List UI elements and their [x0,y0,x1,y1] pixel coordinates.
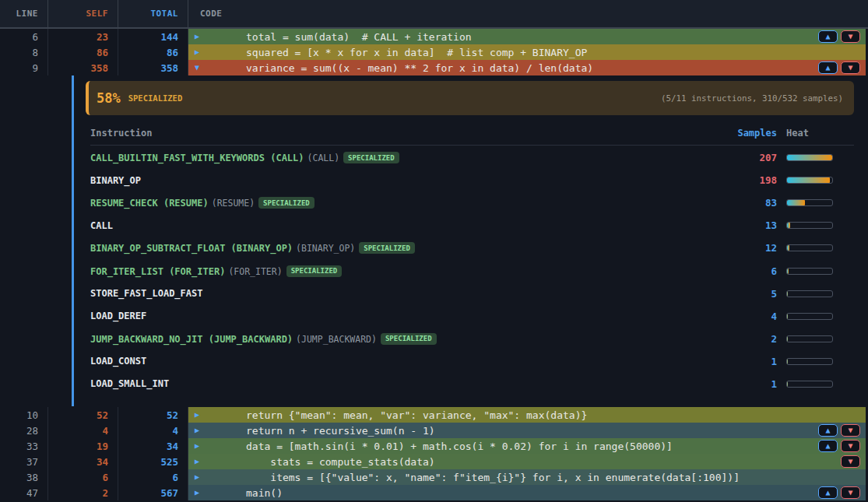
jump-up-button[interactable]: ▲ [818,440,838,452]
total-samples: 34 [118,438,188,454]
expand-arrow-icon[interactable]: ▶ [195,458,199,465]
specialized-badge: SPECIALIZED [343,152,399,163]
total-samples: 144 [118,29,188,44]
instruction-row: LOAD_CONST1 [90,350,854,373]
total-samples: 4 [118,423,188,438]
code-text: data = [math.sin(i * 0.01) + math.cos(i … [246,441,673,452]
instruction-row: RESUME_CHECK (RESUME)(RESUME)SPECIALIZED… [90,191,854,214]
code-cell[interactable]: ▶return n + recursive_sum(n - 1)▲▼ [188,423,866,438]
self-samples: 34 [48,454,118,469]
code-text: variance = sum((x - mean) ** 2 for x in … [246,62,593,74]
expand-arrow-icon[interactable]: ▶ [195,33,199,40]
expand-arrow-icon[interactable]: ▶ [195,48,199,56]
instruction-name: LOAD_SMALL_INT [90,378,707,389]
column-header-self: SELF [48,0,118,27]
instruction-table-header: Instruction Samples Heat [90,128,854,139]
heat-cell [777,222,854,229]
heat-bar-fill [787,314,788,319]
code-cell[interactable]: ▼variance = sum((x - mean) ** 2 for x in… [188,60,866,75]
jump-down-button[interactable]: ▼ [841,30,860,43]
jump-down-button[interactable]: ▼ [841,486,860,499]
instruction-row: LOAD_SMALL_INT1 [90,373,854,395]
line-detail-panel: 58% SPECIALIZED (5/11 instructions, 310/… [0,75,868,407]
code-line-row: 105252▶return {"mean": mean, "var": vari… [0,407,868,423]
column-header-total: TOTAL [118,0,188,27]
expand-arrow-icon[interactable]: ▶ [195,442,199,450]
samples-value: 83 [707,197,777,209]
heat-bar-fill [787,381,788,387]
heat-bar [786,313,833,320]
jump-down-button[interactable]: ▼ [841,440,860,452]
heat-bar [786,154,833,161]
jump-down-button[interactable]: ▼ [841,61,860,74]
jump-up-button[interactable]: ▲ [818,486,838,499]
heat-cell [777,381,854,388]
self-samples: 23 [48,29,118,44]
code-cell[interactable]: ▶ stats = compute_stats(data)▼ [188,454,866,469]
line-number: 6 [0,29,48,44]
specialized-badge: SPECIALIZED [381,333,437,345]
instruction-base-name: (CALL) [307,153,340,163]
expand-arrow-icon[interactable]: ▶ [195,427,199,434]
samples-value: 12 [707,242,777,254]
jump-up-button[interactable]: ▲ [818,424,838,437]
expand-arrow-icon[interactable]: ▶ [195,473,199,481]
code-text: return {"mean": mean, "var": variance, "… [246,409,587,421]
self-samples: 2 [48,485,118,500]
samples-value: 6 [707,265,777,277]
heat-bar-fill [787,359,788,364]
instruction-name: LOAD_CONST [90,356,707,367]
specialized-meta: (5/11 instructions, 310/532 samples) [661,93,843,104]
instruction-base-name: (RESUME) [212,198,255,209]
heat-cell [777,199,854,206]
jump-up-button[interactable]: ▲ [818,30,838,43]
heat-bar-fill [787,245,789,251]
instruction-row: BINARY_OP_SUBTRACT_FLOAT (BINARY_OP)(BIN… [90,237,854,259]
code-cell[interactable]: ▶total = sum(data) # CALL + iteration▲▼ [188,29,866,44]
line-number: 37 [0,454,48,469]
heat-column-header: Heat [777,128,854,139]
jump-up-button[interactable]: ▲ [818,61,838,74]
instruction-base-name: (BINARY_OP) [296,243,355,254]
specialization-banner: 58% SPECIALIZED (5/11 instructions, 310/… [86,81,854,115]
samples-value: 4 [707,311,777,322]
jump-down-button[interactable]: ▼ [841,424,860,437]
specialized-badge: SPECIALIZED [258,197,315,209]
code-cell[interactable]: ▶return {"mean": mean, "var": variance, … [188,407,866,423]
code-line-row: 331934▶data = [math.sin(i * 0.01) + math… [0,438,868,454]
heat-cell [777,268,854,275]
instruction-row: STORE_FAST_LOAD_FAST5 [90,283,854,305]
heat-bar [786,177,833,184]
line-number: 9 [0,60,48,75]
instruction-name: FOR_ITER_LIST (FOR_ITER)(FOR_ITER)SPECIA… [90,265,707,277]
heat-bar [786,222,833,229]
instruction-name: JUMP_BACKWARD_NO_JIT (JUMP_BACKWARD)(JUM… [90,333,707,345]
expand-arrow-icon[interactable]: ▶ [195,489,199,497]
instruction-row: LOAD_DEREF4 [90,305,854,328]
code-cell[interactable]: ▶ items = [{"value": x, "name": f"item_{… [188,469,866,485]
code-line-row: 88686▶squared = [x * x for x in data] # … [0,44,868,60]
heat-bar-fill [787,223,790,228]
instruction-name: BINARY_OP_SUBTRACT_FLOAT (BINARY_OP)(BIN… [90,242,707,254]
total-samples: 86 [118,44,188,60]
table-header: LINE SELF TOTAL CODE [0,0,868,29]
instruction-name: STORE_FAST_LOAD_FAST [90,288,707,299]
self-samples: 358 [48,60,118,75]
code-cell[interactable]: ▶squared = [x * x for x in data] # list … [188,44,866,60]
total-samples: 52 [118,407,188,423]
self-samples: 86 [48,44,118,60]
heat-cell [777,313,854,320]
code-cell[interactable]: ▶data = [math.sin(i * 0.01) + math.cos(i… [188,438,866,454]
code-cell[interactable]: ▶main()▲▼ [188,485,866,500]
code-line-row: 472567▶main()▲▼ [0,485,868,500]
heat-bar-fill [787,155,832,160]
code-text: total = sum(data) # CALL + iteration [246,31,472,43]
heat-cell [777,290,854,297]
heat-cell [777,335,854,342]
samples-value: 207 [707,152,777,163]
collapse-arrow-icon[interactable]: ▼ [195,64,199,72]
row-nav-buttons: ▼ [841,455,860,468]
expand-arrow-icon[interactable]: ▶ [195,411,199,419]
heat-bar-fill [787,269,789,274]
jump-down-button[interactable]: ▼ [841,455,860,468]
